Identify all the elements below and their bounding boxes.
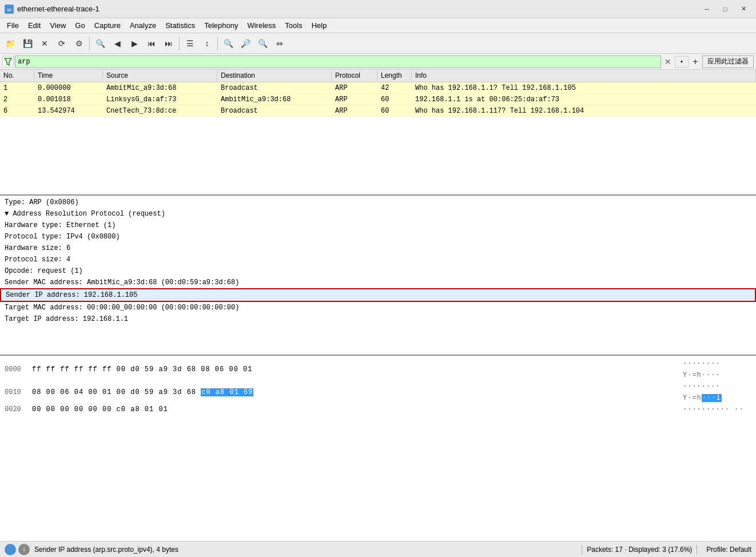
- status-sep2: [697, 545, 697, 554]
- hex-offset: 0020: [5, 404, 27, 415]
- col-header-info[interactable]: Info: [412, 70, 756, 82]
- detail-line[interactable]: Hardware size: 6: [0, 242, 756, 254]
- menu-item-analyze[interactable]: Analyze: [125, 20, 161, 31]
- window-controls: ─ □ ✕: [699, 3, 751, 15]
- packet-row[interactable]: 20.001018LinksysG_da:af:73AmbitMic_a9:3d…: [0, 94, 756, 105]
- next-pkt-toolbar-btn[interactable]: ▶: [126, 35, 142, 51]
- detail-line[interactable]: Protocol type: IPv4 (0x0800): [0, 231, 756, 242]
- svg-point-3: [7, 547, 13, 552]
- menu-item-statistics[interactable]: Statistics: [161, 20, 200, 31]
- reload-toolbar-btn[interactable]: ⟳: [54, 35, 70, 51]
- colorize-toolbar-btn[interactable]: ☰: [182, 35, 198, 51]
- hex-bytes-normal: 08 00 06 04 00 01 00 d0 59 a9 3d 68: [32, 388, 201, 396]
- menu-item-view[interactable]: View: [45, 20, 70, 31]
- menu-item-help[interactable]: Help: [307, 20, 332, 31]
- detail-line[interactable]: Target MAC address: 00:00:00_00:00:00 (0…: [0, 302, 756, 313]
- status-capture-icon: [5, 544, 16, 555]
- hex-body[interactable]: 0000ff ff ff ff ff ff 00 d0 59 a9 3d 68 …: [0, 356, 756, 541]
- packet-cell: 60: [377, 106, 412, 116]
- zoom-in-toolbar-btn[interactable]: 🔍: [220, 35, 236, 51]
- title-bar: W ethernet-ethereal-trace-1 ─ □ ✕: [0, 0, 756, 18]
- zoom-reset-toolbar-btn[interactable]: 🔍: [254, 35, 270, 51]
- toolbar-separator: [89, 37, 90, 50]
- detail-line[interactable]: Opcode: request (1): [0, 265, 756, 277]
- packet-list-body[interactable]: 10.000000AmbitMic_a9:3d:68BroadcastARP42…: [0, 82, 756, 194]
- menu-item-wireless[interactable]: Wireless: [242, 20, 280, 31]
- packet-cell: 0.001018: [34, 95, 103, 104]
- filter-add-button[interactable]: +: [690, 56, 701, 67]
- detail-line[interactable]: Type: ARP (0x0806): [0, 197, 756, 208]
- col-header-source[interactable]: Source: [103, 70, 217, 82]
- detail-line[interactable]: Sender MAC address: AmbitMic_a9:3d:68 (0…: [0, 277, 756, 288]
- detail-line[interactable]: Hardware type: Ethernet (1): [0, 220, 756, 231]
- main-content: No.TimeSourceDestinationProtocolLengthIn…: [0, 70, 756, 541]
- window-title: ethernet-ethereal-trace-1: [17, 5, 699, 13]
- menu-item-go[interactable]: Go: [70, 20, 89, 31]
- status-packets: Packets: 17 · Displayed: 3 (17.6%): [587, 546, 692, 554]
- hex-ascii: ········ Y·=h···i: [683, 381, 751, 404]
- menu-item-file[interactable]: File: [2, 20, 23, 31]
- col-header-no[interactable]: No.: [0, 70, 34, 82]
- packet-cell: 192.168.1.1 is at 00:06:25:da:af:73: [412, 95, 756, 104]
- close-file-toolbar-btn[interactable]: ✕: [37, 35, 53, 51]
- svg-marker-2: [5, 58, 11, 65]
- packet-cell: Who has 192.168.1.117? Tell 192.168.1.10…: [412, 106, 756, 116]
- packet-cell: 1: [0, 83, 34, 93]
- filter-clear-button[interactable]: ✕: [662, 56, 674, 67]
- hex-ascii: ·········· ··: [683, 404, 751, 415]
- filter-arrow[interactable]: ▾: [675, 56, 689, 67]
- menu-item-edit[interactable]: Edit: [23, 20, 45, 31]
- packet-list-header: No.TimeSourceDestinationProtocolLengthIn…: [0, 70, 756, 82]
- filter-input[interactable]: [15, 55, 661, 68]
- packet-cell: Broadcast: [217, 106, 332, 116]
- hex-bytes-highlight: c0 a8 01 69: [201, 388, 253, 396]
- apply-filter-button[interactable]: 应用此过滤器: [702, 55, 754, 68]
- hex-bytes: 00 00 00 00 00 00 c0 a8 01 01: [32, 404, 678, 415]
- col-header-protocol[interactable]: Protocol: [332, 70, 377, 82]
- packet-cell: 60: [377, 95, 412, 104]
- packet-cell: Broadcast: [217, 83, 332, 93]
- app-icon: W: [5, 5, 14, 14]
- save-file-toolbar-btn[interactable]: 💾: [19, 35, 35, 51]
- packet-cell: 6: [0, 106, 34, 116]
- find-toolbar-btn[interactable]: 🔍: [92, 35, 108, 51]
- packet-cell: AmbitMic_a9:3d:68: [103, 83, 217, 93]
- detail-line[interactable]: Target IP address: 192.168.1.1: [0, 313, 756, 325]
- status-expert-icon: i: [18, 544, 30, 555]
- toolbar: 📁💾✕⟳⚙🔍◀▶⏮⏭☰↕🔍🔎🔍⇔: [0, 33, 756, 54]
- col-header-time[interactable]: Time: [34, 70, 103, 82]
- last-pkt-toolbar-btn[interactable]: ⏭: [161, 35, 177, 51]
- packet-cell: ARP: [332, 83, 377, 93]
- open-file-toolbar-btn[interactable]: 📁: [2, 35, 18, 51]
- col-header-length[interactable]: Length: [377, 70, 412, 82]
- menu-bar: FileEditViewGoCaptureAnalyzeStatisticsTe…: [0, 18, 756, 33]
- status-bar: i Sender IP address (arp.src.proto_ipv4)…: [0, 541, 756, 557]
- hex-bytes: ff ff ff ff ff ff 00 d0 59 a9 3d 68 08 0…: [32, 364, 678, 375]
- resize-toolbar-btn[interactable]: ⇔: [272, 35, 288, 51]
- first-pkt-toolbar-btn[interactable]: ⏮: [144, 35, 160, 51]
- menu-item-telephony[interactable]: Telephony: [200, 20, 242, 31]
- hex-row: 002000 00 00 00 00 00 c0 a8 01 01·······…: [5, 404, 751, 415]
- detail-line[interactable]: ▼ Address Resolution Protocol (request): [0, 208, 756, 220]
- prev-pkt-toolbar-btn[interactable]: ◀: [109, 35, 125, 51]
- status-sep1: [582, 545, 582, 554]
- packet-cell: Who has 192.168.1.1? Tell 192.168.1.105: [412, 83, 756, 93]
- close-button[interactable]: ✕: [735, 3, 751, 15]
- menu-item-tools[interactable]: Tools: [280, 20, 307, 31]
- detail-panel: Type: ARP (0x0806)▼ Address Resolution P…: [0, 196, 756, 356]
- packet-row[interactable]: 613.542974CnetTech_73:8d:ceBroadcastARP6…: [0, 105, 756, 117]
- packet-cell: ARP: [332, 95, 377, 104]
- col-header-destination[interactable]: Destination: [217, 70, 332, 82]
- minimize-button[interactable]: ─: [699, 3, 715, 15]
- detail-line[interactable]: Protocol size: 4: [0, 254, 756, 265]
- autoscroll-toolbar-btn[interactable]: ↕: [199, 35, 215, 51]
- detail-body[interactable]: Type: ARP (0x0806)▼ Address Resolution P…: [0, 196, 756, 355]
- maximize-button[interactable]: □: [717, 3, 733, 15]
- zoom-out-toolbar-btn[interactable]: 🔎: [237, 35, 253, 51]
- menu-item-capture[interactable]: Capture: [90, 20, 125, 31]
- capture-opts-toolbar-btn[interactable]: ⚙: [71, 35, 87, 51]
- detail-line[interactable]: Sender IP address: 192.168.1.105: [0, 288, 756, 302]
- packet-row[interactable]: 10.000000AmbitMic_a9:3d:68BroadcastARP42…: [0, 82, 756, 94]
- packet-cell: 13.542974: [34, 106, 103, 116]
- packet-cell: 0.000000: [34, 83, 103, 93]
